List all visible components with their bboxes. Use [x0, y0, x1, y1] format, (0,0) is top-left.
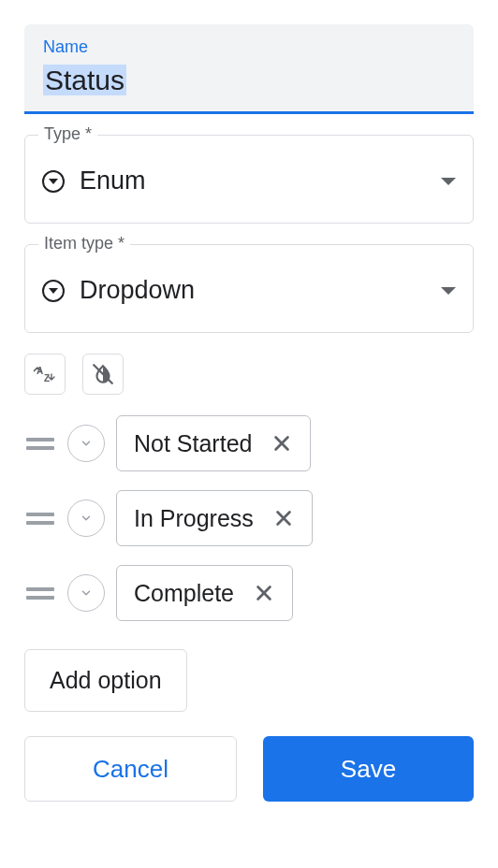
name-value[interactable]: Status [43, 65, 126, 95]
option-row: In Progress [24, 490, 474, 546]
chevron-down-icon [441, 178, 456, 185]
option-row: Not Started [24, 415, 474, 471]
item-type-label: Item type * [38, 234, 130, 253]
option-row: Complete [24, 565, 474, 621]
sort-az-icon: A Z [34, 363, 56, 385]
type-label: Type * [38, 124, 97, 144]
svg-text:Z: Z [44, 373, 50, 383]
close-icon [271, 433, 292, 454]
chevron-down-icon [441, 287, 456, 295]
dropdown-icon [42, 280, 65, 302]
option-more-button[interactable] [67, 574, 105, 612]
drag-handle-icon[interactable] [24, 509, 56, 528]
close-icon [254, 583, 274, 603]
add-option-button[interactable]: Add option [24, 649, 187, 712]
option-more-button[interactable] [67, 499, 105, 537]
chevron-down-icon [80, 586, 93, 600]
drag-handle-icon[interactable] [24, 584, 56, 603]
toggle-color-off-button[interactable] [82, 354, 124, 395]
option-chip[interactable]: In Progress [116, 490, 313, 546]
option-chip[interactable]: Not Started [116, 415, 311, 471]
option-label: Not Started [134, 430, 252, 457]
close-icon [273, 508, 294, 528]
save-button[interactable]: Save [263, 736, 474, 802]
option-chip[interactable]: Complete [116, 565, 293, 621]
drag-handle-icon[interactable] [24, 434, 56, 454]
chevron-down-icon [80, 512, 93, 525]
remove-option-button[interactable] [247, 576, 281, 610]
option-label: In Progress [134, 505, 254, 532]
option-more-button[interactable] [67, 425, 105, 462]
remove-option-button[interactable] [265, 427, 299, 460]
name-field[interactable]: Name Status [24, 24, 474, 114]
name-label: Name [43, 37, 455, 57]
enum-icon [42, 170, 65, 193]
remove-option-button[interactable] [267, 501, 300, 535]
type-value: Enum [80, 166, 441, 195]
item-type-value: Dropdown [80, 276, 441, 305]
cancel-button[interactable]: Cancel [24, 736, 237, 802]
item-type-select[interactable]: Item type * Dropdown [24, 244, 474, 333]
chevron-down-icon [80, 437, 93, 450]
footer-actions: Cancel Save [24, 736, 474, 802]
sort-az-button[interactable]: A Z [24, 354, 66, 395]
options-toolbar: A Z [24, 354, 474, 395]
option-label: Complete [134, 580, 234, 607]
type-select[interactable]: Type * Enum [24, 135, 474, 224]
invert-colors-off-icon [91, 362, 115, 386]
